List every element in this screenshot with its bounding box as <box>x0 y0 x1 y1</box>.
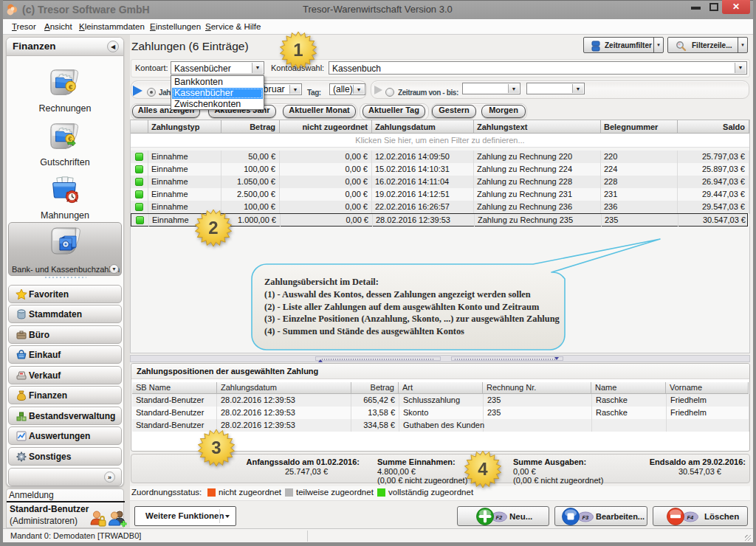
svg-text:(2) - Liste aller Zahlungen au: (2) - Liste aller Zahlungen auf dem ausg… <box>264 302 540 312</box>
svg-text:(3) - Einzelne Positionen (Anz: (3) - Einzelne Positionen (Anzahlung, Sk… <box>264 314 560 324</box>
svg-text:Zahlungsübersicht im Detail:: Zahlungsübersicht im Detail: <box>264 277 379 287</box>
svg-text:F3: F3 <box>583 514 590 521</box>
svg-text:3: 3 <box>211 438 221 457</box>
svg-text:F4: F4 <box>687 514 695 521</box>
svg-text:1: 1 <box>293 40 303 60</box>
svg-text:4: 4 <box>478 459 488 479</box>
svg-text:(1) - Auswahl des Kontos, dess: (1) - Auswahl des Kontos, dessen Zahlung… <box>264 289 531 300</box>
svg-text:2: 2 <box>208 218 218 238</box>
svg-text:(4) - Summen und Stände des au: (4) - Summen und Stände des ausgewählten… <box>264 326 464 336</box>
svg-text:F2: F2 <box>496 514 504 521</box>
svg-text:€: € <box>69 83 73 91</box>
svg-text:€: € <box>68 135 72 142</box>
